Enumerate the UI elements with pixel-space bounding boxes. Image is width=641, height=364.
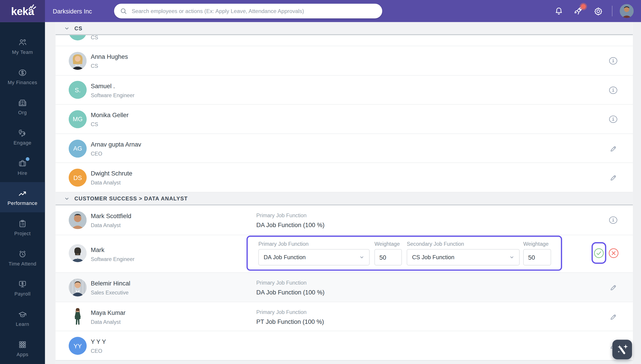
check-circle-icon bbox=[594, 248, 604, 258]
avatar: S. bbox=[69, 81, 87, 99]
employee-row-arnav-gupta: AG Arnav gupta Arnav CEO bbox=[56, 134, 633, 163]
gear-icon bbox=[593, 6, 603, 16]
trend-icon bbox=[18, 188, 28, 198]
chat-icon bbox=[18, 128, 28, 138]
whats-new-button[interactable] bbox=[572, 5, 585, 17]
notifications-button[interactable] bbox=[553, 5, 565, 17]
avatar: YY bbox=[69, 337, 87, 355]
rocket-badge bbox=[581, 4, 586, 9]
sidebar-item-org[interactable]: Org bbox=[0, 92, 45, 122]
sidebar-item-payroll[interactable]: Payroll bbox=[0, 273, 45, 303]
user-avatar[interactable] bbox=[620, 4, 633, 18]
edit-button[interactable] bbox=[609, 283, 618, 292]
employee-name: Mark Scottfield bbox=[91, 212, 131, 220]
avatar-photo bbox=[69, 308, 87, 326]
group-header-customer-success-data-analyst[interactable]: CUSTOMER SUCCESS > DATA ANALYST bbox=[56, 192, 633, 205]
job-function-value: DA Job Function (100 %) bbox=[256, 288, 324, 296]
avatar-photo bbox=[69, 52, 87, 70]
sidebar-item-my-team[interactable]: My Team bbox=[0, 31, 45, 61]
employee-row-mark-editing: Mark Software Engineer Primary Job Funct… bbox=[56, 235, 633, 272]
pencil-icon bbox=[609, 312, 618, 321]
keka-app: keka Darksiders Inc bbox=[0, 0, 641, 364]
global-search[interactable] bbox=[114, 4, 382, 18]
primary-weightage-label: Weightage bbox=[374, 241, 400, 247]
sidebar-item-label: Performance bbox=[8, 200, 38, 206]
secondary-job-function-select[interactable]: CS Job Function bbox=[407, 249, 519, 266]
secondary-weightage-label: Weightage bbox=[523, 241, 549, 247]
pencil-icon bbox=[609, 144, 618, 153]
keka-logo[interactable]: keka bbox=[0, 0, 45, 22]
cancel-button[interactable] bbox=[608, 248, 619, 258]
employee-role: CEO bbox=[91, 348, 102, 355]
chevron-down-icon bbox=[64, 26, 70, 31]
employee-row-dwight-schrute: DS Dwight Schrute Data Analyst bbox=[56, 163, 633, 192]
confirm-button[interactable] bbox=[594, 248, 604, 258]
info-button[interactable] bbox=[609, 115, 618, 124]
user-avatar-image bbox=[620, 4, 633, 18]
chevron-down-icon bbox=[509, 255, 514, 260]
pencil-icon bbox=[609, 173, 618, 182]
avatar-photo bbox=[69, 244, 87, 262]
employee-name: Samuel . bbox=[91, 82, 115, 90]
secondary-job-function-value: CS Job Function bbox=[412, 254, 509, 260]
apps-grid-icon bbox=[18, 340, 28, 350]
sidebar-item-label: My Finances bbox=[8, 80, 37, 85]
avatar bbox=[69, 308, 87, 326]
employee-row-mark-scottfield: Mark Scottfield Data Analyst Primary Job… bbox=[56, 205, 633, 235]
info-icon bbox=[609, 115, 618, 124]
employee-name: Mark bbox=[91, 246, 104, 254]
group-header-label: CS bbox=[74, 25, 82, 31]
employee-row-belemir-hincal: Belemir Hincal Sales Executive Primary J… bbox=[56, 272, 633, 302]
employee-name: Belemir Hincal bbox=[91, 280, 130, 288]
employee-row-maya-kumar: Maya Kumar Data Analyst Primary Job Func… bbox=[56, 302, 633, 331]
edit-button[interactable] bbox=[609, 144, 618, 153]
primary-weightage-input[interactable] bbox=[374, 249, 402, 266]
alarm-clock-icon bbox=[18, 249, 28, 259]
settings-button[interactable] bbox=[592, 5, 604, 17]
info-button[interactable] bbox=[609, 86, 618, 94]
search-input[interactable] bbox=[131, 8, 376, 14]
job-function-value: DA Job Function (100 %) bbox=[256, 221, 324, 229]
employee-role: Data Analyst bbox=[91, 318, 121, 326]
edit-button[interactable] bbox=[609, 173, 618, 182]
payroll-icon bbox=[18, 279, 28, 289]
group-header-label: CUSTOMER SUCCESS > DATA ANALYST bbox=[74, 196, 188, 202]
info-button[interactable] bbox=[609, 216, 618, 225]
magic-wand-fab[interactable] bbox=[612, 340, 632, 359]
employee-role: CS bbox=[91, 121, 98, 128]
job-function-label: Primary Job Function bbox=[256, 280, 306, 287]
sidebar-item-time-attend[interactable]: Time Attend bbox=[0, 242, 45, 273]
employee-row-samuel: S. Samuel . Software Engineer bbox=[56, 75, 633, 104]
avatar-photo bbox=[69, 278, 87, 296]
sidebar-item-apps[interactable]: Apps bbox=[0, 333, 45, 364]
building-icon bbox=[18, 98, 28, 108]
avatar-photo bbox=[69, 211, 87, 229]
sidebar-item-project[interactable]: Project bbox=[0, 212, 45, 242]
sidebar-item-hire[interactable]: Hire bbox=[0, 152, 45, 182]
avatar bbox=[69, 211, 87, 229]
dollar-icon bbox=[18, 68, 28, 78]
primary-job-function-label: Primary Job Function bbox=[258, 241, 308, 247]
info-icon bbox=[609, 56, 618, 65]
sidebar-item-learn[interactable]: Learn bbox=[0, 303, 45, 333]
employee-role: Software Engineer bbox=[91, 92, 135, 99]
primary-job-function-select[interactable]: DA Job Function bbox=[258, 249, 370, 266]
bell-icon bbox=[554, 6, 564, 16]
edit-button[interactable] bbox=[609, 312, 618, 321]
secondary-weightage-input[interactable] bbox=[523, 249, 551, 266]
sidebar-item-label: Time Attend bbox=[9, 261, 36, 266]
company-name: Darksiders Inc bbox=[53, 0, 92, 22]
people-icon bbox=[18, 37, 28, 47]
info-button[interactable] bbox=[609, 56, 618, 65]
job-function-label: Primary Job Function bbox=[256, 212, 306, 219]
avatar-initials: DS bbox=[74, 174, 82, 181]
clipboard-icon bbox=[18, 218, 28, 228]
sidebar-item-engage[interactable]: Engage bbox=[0, 122, 45, 152]
employee-role: CS bbox=[91, 62, 98, 70]
employee-row-anna-hughes: Anna Hughes CS bbox=[56, 46, 633, 75]
sidebar-item-performance[interactable]: Performance bbox=[0, 182, 45, 212]
employee-table: CS CS Anna Hughes CS bbox=[56, 22, 633, 364]
sidebar-item-my-finances[interactable]: My Finances bbox=[0, 61, 45, 92]
sidebar-item-label: Hire bbox=[18, 170, 28, 176]
group-header-cs[interactable]: CS bbox=[56, 22, 633, 35]
